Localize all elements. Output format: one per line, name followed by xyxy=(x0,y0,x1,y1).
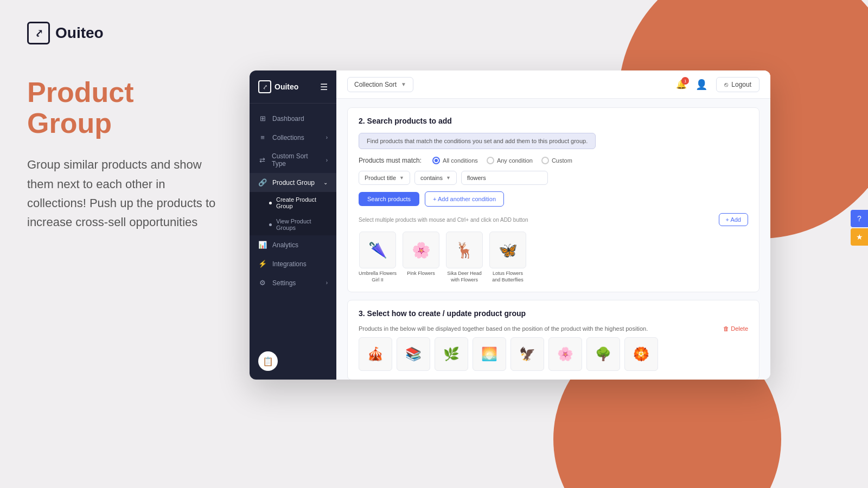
logout-label: Logout xyxy=(731,81,751,88)
bottom-product-6[interactable]: 🌸 xyxy=(548,337,582,371)
help-tab[interactable]: ? xyxy=(851,210,868,227)
match-label: Products must match: xyxy=(359,157,422,164)
logout-button[interactable]: ⎋ Logout xyxy=(716,77,760,92)
product-group-arrow: ⌄ xyxy=(323,179,328,185)
select-hint-text: Select multiple products with mouse and … xyxy=(359,217,528,223)
sidebar-item-view-product-groups[interactable]: View Product Groups xyxy=(250,214,336,235)
sidebar-logo-icon: ⤤ xyxy=(258,80,271,93)
product-name-4: Lotus Flowers and Butterflies xyxy=(489,271,527,283)
sidebar-footer: 📋 xyxy=(250,343,336,380)
collection-sort-dropdown[interactable]: Collection Sort ▼ xyxy=(347,77,413,92)
radio-custom-label: Custom xyxy=(552,157,572,164)
filter-value-input[interactable] xyxy=(461,171,548,185)
settings-arrow: › xyxy=(326,280,328,286)
notification-button[interactable]: 🔔 1 xyxy=(676,79,687,89)
bottom-product-4[interactable]: 🌅 xyxy=(473,337,506,371)
add-condition-button[interactable]: + Add another condition xyxy=(425,191,504,207)
sidebar-item-label: Custom Sort Type xyxy=(272,152,321,168)
radio-all-label: All conditions xyxy=(443,157,478,164)
bottom-product-7[interactable]: 🌳 xyxy=(586,337,620,371)
main-logo-icon xyxy=(27,22,50,44)
logout-icon: ⎋ xyxy=(724,81,728,88)
product-item-3[interactable]: 🦌 Sika Deer Head with Flowers xyxy=(445,232,483,283)
avatar-button[interactable]: 📋 xyxy=(258,351,278,371)
product-item-2[interactable]: 🌸 Pink Flowers xyxy=(402,232,440,283)
dashboard-icon: ⊞ xyxy=(258,114,267,123)
radio-all-conditions[interactable]: All conditions xyxy=(432,157,478,164)
section3-title: 3. Select how to create / update product… xyxy=(359,309,748,318)
section3-desc-row: Products in the below will be displayed … xyxy=(359,325,748,332)
add-products-button[interactable]: + Add xyxy=(719,213,748,226)
sidebar-item-label: Product Group xyxy=(272,179,315,187)
app-window: ⤤ Ouiteo ☰ ⊞ Dashboard ≡ Collections › ⇄… xyxy=(250,70,770,380)
main-logo-text: Ouiteo xyxy=(55,24,104,42)
field-select[interactable]: Product title ▼ xyxy=(359,171,410,185)
product-grid: 🌂 Umbrella Flowers Girl II 🌸 Pink Flower… xyxy=(359,232,748,283)
page-description: Group similar products and show them nex… xyxy=(27,155,222,232)
topbar-right: 🔔 1 👤 ⎋ Logout xyxy=(676,77,760,92)
sidebar-item-label: Analytics xyxy=(272,241,298,249)
bottom-product-3[interactable]: 🌿 xyxy=(435,337,468,371)
sidebar-item-create-product-group[interactable]: Create Product Group xyxy=(250,192,336,214)
sidebar-item-label: Integrations xyxy=(272,260,307,268)
filter-row: Product title ▼ contains ▼ xyxy=(359,171,748,185)
star-tab[interactable]: ★ xyxy=(851,228,868,246)
bottom-product-8[interactable]: 🏵️ xyxy=(624,337,658,371)
product-item-4[interactable]: 🦋 Lotus Flowers and Butterflies xyxy=(489,232,527,283)
page-title: Product Group xyxy=(27,77,222,139)
operator-select[interactable]: contains ▼ xyxy=(414,171,457,185)
topbar: Collection Sort ▼ 🔔 1 👤 ⎋ Logout xyxy=(336,70,770,99)
sidebar-item-product-group[interactable]: 🔗 Product Group ⌄ xyxy=(250,173,336,192)
info-banner: Find products that match the conditions … xyxy=(359,133,596,149)
notification-badge: 1 xyxy=(681,77,689,85)
sidebar-sub-menu: Create Product Group View Product Groups xyxy=(250,192,336,235)
sidebar-item-settings[interactable]: ⚙ Settings › xyxy=(250,273,336,292)
sidebar-item-label: Collections xyxy=(272,134,304,142)
sub-item-label: View Product Groups xyxy=(276,218,328,231)
section3-description: Products in the below will be displayed … xyxy=(359,325,648,332)
radio-any-condition[interactable]: Any condition xyxy=(487,157,533,164)
bottom-product-1[interactable]: 🎪 xyxy=(359,337,392,371)
sidebar: ⤤ Ouiteo ☰ ⊞ Dashboard ≡ Collections › ⇄… xyxy=(250,70,336,380)
collection-sort-label: Collection Sort xyxy=(354,81,397,88)
product-thumb-2: 🌸 xyxy=(403,232,439,268)
analytics-icon: 📊 xyxy=(258,241,267,249)
search-products-button[interactable]: Search products xyxy=(359,192,419,206)
sidebar-logo-text: Ouiteo xyxy=(275,82,298,91)
main-content: Collection Sort ▼ 🔔 1 👤 ⎋ Logout 2. Sear… xyxy=(336,70,770,380)
sidebar-header: ⤤ Ouiteo ☰ xyxy=(250,70,336,104)
scroll-content[interactable]: 2. Search products to add Find products … xyxy=(336,99,770,380)
product-thumb-1: 🌂 xyxy=(359,232,396,268)
radio-any-label: Any condition xyxy=(497,157,533,164)
sidebar-item-integrations[interactable]: ⚡ Integrations xyxy=(250,254,336,273)
operator-arrow-icon: ▼ xyxy=(446,175,451,181)
sidebar-item-collections[interactable]: ≡ Collections › xyxy=(250,128,336,147)
radio-custom[interactable]: Custom xyxy=(541,157,572,164)
section2-title: 2. Search products to add xyxy=(359,117,748,125)
sidebar-item-custom-sort[interactable]: ⇄ Custom Sort Type › xyxy=(250,147,336,173)
sidebar-item-analytics[interactable]: 📊 Analytics xyxy=(250,235,336,254)
side-tabs: ? ★ xyxy=(851,210,868,246)
logo-area: Ouiteo xyxy=(27,22,222,44)
product-thumb-3: 🦌 xyxy=(446,232,483,268)
product-name-1: Umbrella Flowers Girl II xyxy=(359,271,397,283)
collections-arrow: › xyxy=(326,134,328,140)
custom-sort-arrow: › xyxy=(326,157,328,163)
action-row: Search products + Add another condition xyxy=(359,191,748,207)
sub-item-label: Create Product Group xyxy=(276,196,328,209)
user-profile-button[interactable]: 👤 xyxy=(695,79,707,91)
sidebar-item-label: Settings xyxy=(272,279,296,287)
bottom-product-2[interactable]: 📚 xyxy=(397,337,430,371)
delete-button[interactable]: 🗑 Delete xyxy=(723,325,748,332)
operator-select-label: contains xyxy=(420,175,443,181)
integrations-icon: ⚡ xyxy=(258,260,267,268)
hamburger-icon[interactable]: ☰ xyxy=(320,82,328,92)
product-item-1[interactable]: 🌂 Umbrella Flowers Girl II xyxy=(359,232,397,283)
field-arrow-icon: ▼ xyxy=(399,175,404,181)
section3-card: 3. Select how to create / update product… xyxy=(347,300,760,380)
dropdown-arrow-icon: ▼ xyxy=(401,81,406,87)
match-row: Products must match: All conditions Any … xyxy=(359,157,748,164)
sidebar-item-dashboard[interactable]: ⊞ Dashboard xyxy=(250,109,336,128)
bottom-product-grid: 🎪 📚 🌿 🌅 🦅 🌸 🌳 🏵️ xyxy=(359,337,748,371)
bottom-product-5[interactable]: 🦅 xyxy=(510,337,544,371)
